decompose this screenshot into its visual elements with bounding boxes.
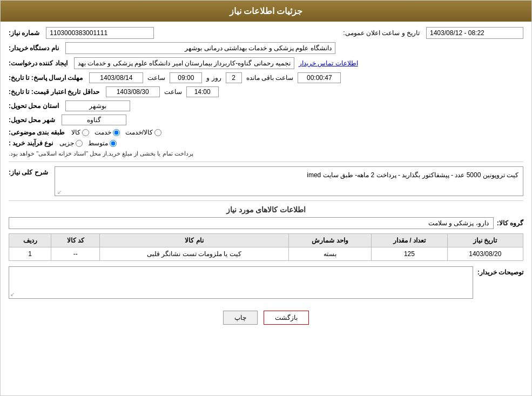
process-jozei-label: جزیی <box>59 139 74 147</box>
col-quantity: تعداد / مقدار <box>372 234 447 247</box>
process-motavaset[interactable]: متوسط <box>88 139 117 147</box>
goods-section-title: اطلاعات کالاهای مورد نیاز <box>9 205 523 214</box>
resize-handle: ↙ <box>56 189 62 194</box>
price-validity-time-value: 14:00 <box>186 86 219 97</box>
buyer-notes-label: توصیحات خریدار: <box>477 266 523 276</box>
response-days-label: روز و <box>206 74 221 82</box>
creator-label: ایجاد کننده درخواست: <box>9 59 68 67</box>
back-button[interactable]: بازگشت <box>264 311 309 325</box>
need-number-value: 1103000383001111 <box>46 27 154 39</box>
response-time-value: 09:00 <box>170 72 202 83</box>
col-row: ردیف <box>9 234 51 247</box>
col-unit: واحد شمارش <box>288 234 372 247</box>
col-code: کد کالا <box>51 234 100 247</box>
payment-notice: پرداخت تمام یا بخشی از مبلغ خرید,از محل … <box>9 150 193 157</box>
page-title: جزئیات اطلاعات نیاز <box>1 1 531 22</box>
category-khadamat-label: خدمت <box>95 129 111 136</box>
response-deadline-label: مهلت ارسال پاسخ: تا تاریخ: <box>9 74 83 82</box>
category-khadamat[interactable]: خدمت <box>95 129 120 136</box>
need-description-box: کیت تروپونین 5000 عدد - پیشفاکتور بگذاری… <box>55 166 523 196</box>
province-label: استان محل تحویل: <box>9 102 59 110</box>
remaining-label: ساعت باقی مانده <box>246 74 294 82</box>
category-kala-khadamat-label: کالا/خدمت <box>125 129 153 136</box>
buyer-name-value: دانشگاه علوم پزشکی و خدمات بهداشتی درمان… <box>65 42 335 54</box>
need-number-label: شماره نیاز: <box>9 29 39 37</box>
creator-value: نجمیه رحمانی گناوه-کاربرداز بیمارستان ام… <box>74 57 294 69</box>
announce-date-label: تاریخ و ساعت اعلان عمومی: <box>343 29 420 37</box>
category-label: طبقه بندی موضوعی: <box>9 129 65 136</box>
goods-group-value: دارو، پزشکی و سلامت <box>9 217 494 229</box>
response-days-value: 2 <box>226 72 242 83</box>
city-value: گناوه <box>62 115 126 125</box>
province-value: بوشهر <box>65 100 130 111</box>
print-button[interactable]: چاپ <box>223 311 258 325</box>
response-time-label: ساعت <box>147 74 165 82</box>
table-cell: کیت یا ملزومات تست نشانگر قلبی <box>100 247 288 261</box>
process-motavaset-label: متوسط <box>88 139 108 147</box>
action-buttons: بازگشت چاپ <box>9 304 523 331</box>
table-cell: -- <box>51 247 100 261</box>
table-cell: بسته <box>288 247 372 261</box>
resize-handle-2: ↙ <box>10 291 15 297</box>
price-validity-label: حداقل تاریخ اعتبار قیمت: تا تاریخ: <box>9 88 99 96</box>
category-kala-khadamat[interactable]: کالا/خدمت <box>125 129 161 136</box>
remaining-time-value: 00:00:47 <box>298 72 341 83</box>
goods-group-label: گروه کالا: <box>497 219 523 227</box>
table-cell: 125 <box>372 247 447 261</box>
table-cell: 1403/08/20 <box>447 247 523 261</box>
process-jozei[interactable]: جزیی <box>59 139 83 147</box>
response-date-value: 1403/08/14 <box>89 72 143 83</box>
col-date: تاریخ نیاز <box>447 234 523 247</box>
creator-link[interactable]: اطلاعات تماس خریدار <box>299 59 358 67</box>
col-name: نام کالا <box>100 234 288 247</box>
category-kala-label: کالا <box>71 129 80 136</box>
table-cell: 1 <box>9 247 51 261</box>
city-label: شهر محل تحویل: <box>9 116 55 124</box>
goods-table: تاریخ نیاز تعداد / مقدار واحد شمارش نام … <box>9 233 523 261</box>
process-label: نوع فرآیند خرید : <box>9 139 53 147</box>
buyer-name-label: نام دستگاه خریدار: <box>9 44 59 52</box>
price-validity-date-value: 1403/08/30 <box>106 86 160 97</box>
need-description-text: کیت تروپونین 5000 عدد - پیشفاکتور بگذاری… <box>307 171 518 179</box>
table-row: 1403/08/20125بستهکیت یا ملزومات تست نشان… <box>9 247 523 261</box>
need-description-label: شرح کلی نیاز: <box>9 166 48 176</box>
buyer-notes-box: ↙ <box>9 266 473 299</box>
announce-date-value: 1403/08/12 - 08:22 <box>426 27 523 39</box>
price-validity-time-label: ساعت <box>164 88 182 96</box>
category-kala[interactable]: کالا <box>71 129 89 136</box>
